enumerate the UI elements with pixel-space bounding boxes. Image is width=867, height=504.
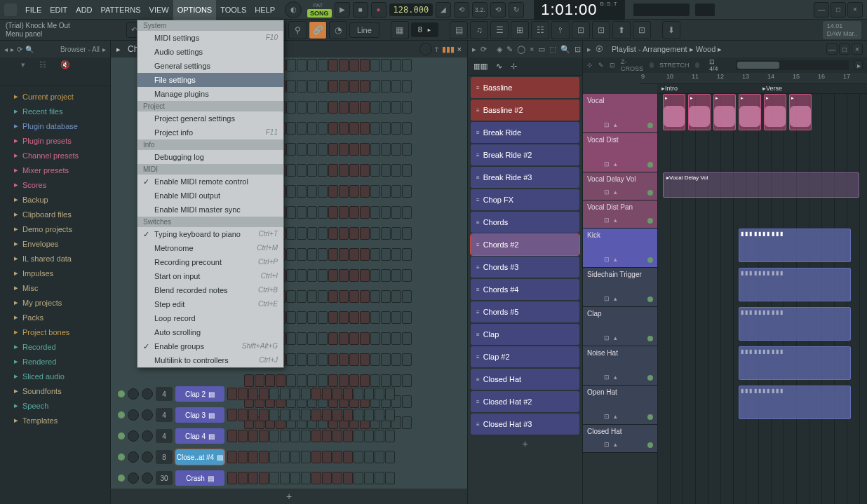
pl-auto-icon[interactable]: ⊡ bbox=[610, 62, 615, 69]
dropdown-item[interactable]: Manage plugins bbox=[137, 87, 283, 101]
browser-item[interactable]: ▸Speech bbox=[0, 398, 110, 413]
step-button[interactable] bbox=[364, 388, 374, 400]
step-button[interactable] bbox=[259, 388, 269, 400]
browser-item[interactable]: ▸Plugin database bbox=[0, 118, 110, 133]
news-panel[interactable]: 14.01 DAW Mar.. bbox=[823, 21, 861, 39]
audio-clip[interactable]: ▸ bbox=[789, 94, 812, 130]
dropdown-item[interactable]: Loop record bbox=[137, 311, 283, 325]
dropdown-item[interactable]: Project infoF11 bbox=[137, 125, 283, 139]
channel-pan-knob[interactable] bbox=[128, 388, 139, 400]
channel-mute-led[interactable] bbox=[118, 475, 125, 482]
download-icon[interactable]: ⬇ bbox=[662, 21, 680, 39]
automation-clip[interactable]: ▸Vocal Delay Vol bbox=[663, 172, 859, 198]
step-button[interactable] bbox=[322, 430, 332, 442]
picker-close-icon[interactable]: × bbox=[530, 45, 534, 53]
step-button[interactable] bbox=[259, 430, 269, 442]
step-button[interactable] bbox=[227, 430, 237, 442]
playlist-grid[interactable]: ▸▸▸▸▸▸▸Vocal Delay Vol▮ ▮ ▮ ▮ ▮ ▮ ▮ ▮ ▮ … bbox=[657, 94, 867, 504]
channel-name-button[interactable]: Clap 3 ▤ bbox=[175, 407, 224, 423]
step-button[interactable] bbox=[301, 409, 311, 421]
track-mute-led[interactable] bbox=[647, 414, 653, 420]
browser-item[interactable]: ▸Packs bbox=[0, 310, 110, 325]
dropdown-item[interactable]: Enable MIDI master sync bbox=[137, 203, 283, 217]
arrange-icon[interactable]: ⊡ bbox=[633, 21, 651, 39]
step-button[interactable] bbox=[364, 430, 374, 442]
step-button[interactable] bbox=[280, 451, 290, 463]
pat-mode-button[interactable]: PAT bbox=[310, 1, 325, 9]
step-button[interactable] bbox=[248, 451, 258, 463]
playlist-hscroll[interactable] bbox=[736, 60, 849, 70]
step-button[interactable] bbox=[322, 472, 332, 484]
browser-header[interactable]: ◂ ▸ ⟳ 🔍 Browser - All ▸ bbox=[0, 41, 110, 57]
menu-view[interactable]: VIEW bbox=[145, 0, 173, 20]
step-button[interactable] bbox=[301, 472, 311, 484]
channel-mixer-route[interactable]: 4 bbox=[156, 408, 173, 422]
search-icon[interactable]: 🔍 bbox=[25, 46, 34, 53]
channel-mute-led[interactable] bbox=[118, 390, 125, 397]
pattern-item[interactable]: ≡Chords bbox=[471, 212, 579, 233]
chevron-right-icon[interactable]: ▸ bbox=[102, 46, 106, 53]
channel-row[interactable]: 4Clap 3 ▤ bbox=[111, 404, 467, 425]
pl-min-icon[interactable]: — bbox=[826, 43, 838, 55]
step-button[interactable] bbox=[248, 388, 258, 400]
dropdown-item[interactable]: Start on inputCtrl+I bbox=[137, 269, 283, 283]
channel-name-button[interactable]: Close..at #4 ▤ bbox=[175, 449, 224, 465]
pattern-number[interactable]: 8 ▸ bbox=[411, 22, 438, 37]
browser-item[interactable]: ▸Demo projects bbox=[0, 222, 110, 236]
track-chevron-icon[interactable]: ▴ bbox=[614, 256, 617, 263]
step-button[interactable] bbox=[269, 430, 279, 442]
channel-pan-knob[interactable] bbox=[128, 451, 139, 463]
step-button[interactable] bbox=[290, 451, 300, 463]
pattern-clip[interactable]: ▮ ▮ ▮ ▮ ▮ ▮ ▮ ▮ ▮ ▮ bbox=[739, 386, 851, 419]
pattern-item[interactable]: ≡Bassline bbox=[471, 77, 579, 98]
picker-tab-auto-icon[interactable]: ⊹ bbox=[511, 62, 517, 71]
dropdown-item[interactable]: ✓Typing keyboard to pianoCtrl+T bbox=[137, 227, 283, 241]
step-button[interactable] bbox=[269, 388, 279, 400]
options-icon[interactable]: ☷ bbox=[39, 60, 46, 69]
pattern-clip[interactable]: ▮ ▮ ▮ ▮ ▮ ▮ ▮ ▮ ▮ ▮ bbox=[739, 307, 851, 341]
audio-clip[interactable]: ▸ bbox=[688, 94, 711, 130]
pattern-item[interactable]: ≡Chop FX bbox=[471, 189, 579, 210]
menu-add[interactable]: ADD bbox=[72, 0, 96, 20]
step-button[interactable] bbox=[311, 409, 321, 421]
menu-file[interactable]: FILE bbox=[21, 0, 46, 20]
track-chevron-icon[interactable]: ▴ bbox=[614, 334, 617, 341]
step-button[interactable] bbox=[375, 451, 384, 463]
step-button[interactable] bbox=[332, 388, 342, 400]
step-button[interactable] bbox=[227, 472, 237, 484]
browser-item[interactable]: ▸Clipboard files bbox=[0, 207, 110, 222]
step-button[interactable] bbox=[290, 388, 300, 400]
step-button[interactable] bbox=[354, 409, 363, 421]
dropdown-item[interactable]: General settings bbox=[137, 59, 283, 73]
step-button[interactable] bbox=[259, 451, 269, 463]
browser-item[interactable]: ▸Plugin presets bbox=[0, 133, 110, 148]
browser-item[interactable]: ▸Soundfonts bbox=[0, 383, 110, 398]
step-button[interactable] bbox=[385, 451, 395, 463]
picker-draw-icon[interactable]: ✎ bbox=[506, 45, 513, 54]
track-mute-led[interactable] bbox=[647, 297, 653, 302]
dropdown-item[interactable]: Debugging log bbox=[137, 150, 283, 164]
pattern-item[interactable]: ≡Chords #2 bbox=[471, 234, 579, 255]
step-button[interactable] bbox=[385, 409, 395, 421]
link-icon[interactable]: ⚲ bbox=[288, 21, 307, 39]
step-button[interactable] bbox=[343, 388, 353, 400]
dropdown-item[interactable]: Recording precountCtrl+P bbox=[137, 255, 283, 269]
picker-tab-audio-icon[interactable]: ∿ bbox=[496, 62, 502, 71]
dropdown-item[interactable]: Auto scrolling bbox=[137, 325, 283, 339]
menu-tools[interactable]: TOOLS bbox=[216, 0, 250, 20]
pattern-clip[interactable]: ▮ ▮ ▮ ▮ ▮ ▮ ▮ ▮ ▮ ▮ bbox=[739, 346, 851, 380]
zcross-label[interactable]: Z-CROSS bbox=[621, 58, 644, 72]
pl-menu-icon[interactable]: ▸ bbox=[587, 45, 591, 54]
channel-name-button[interactable]: Clap 2 ▤ bbox=[175, 386, 224, 402]
step-button[interactable] bbox=[280, 409, 290, 421]
link-active-icon[interactable]: 🔗 bbox=[309, 21, 327, 39]
step-button[interactable] bbox=[375, 430, 384, 442]
channel-row[interactable]: 4Clap 4 ▤ bbox=[111, 425, 467, 447]
maximize-button[interactable]: □ bbox=[831, 2, 846, 18]
channel-row[interactable]: 30Crash ▤ bbox=[111, 468, 467, 489]
collapse-icon[interactable]: ▾ bbox=[21, 60, 25, 69]
pattern-item[interactable]: ≡Bassline #2 bbox=[471, 100, 579, 121]
pattern-item[interactable]: ≡Chords #3 bbox=[471, 257, 579, 278]
playlist-track-header[interactable]: Vocal⊡▴ bbox=[583, 94, 657, 133]
step-button[interactable] bbox=[354, 388, 363, 400]
